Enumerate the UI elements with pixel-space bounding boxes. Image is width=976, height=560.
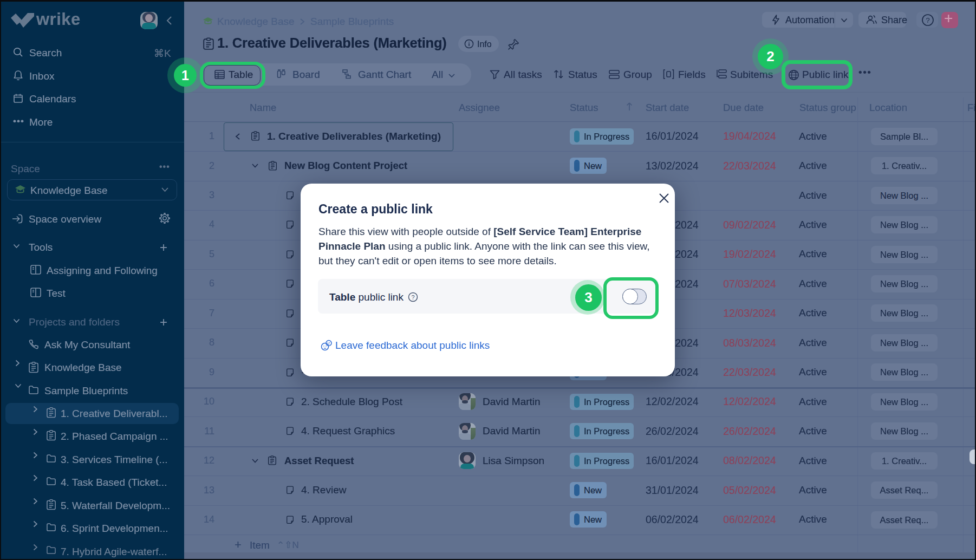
svg-text:?: ?	[411, 294, 414, 301]
svg-text:?: ?	[926, 16, 930, 24]
